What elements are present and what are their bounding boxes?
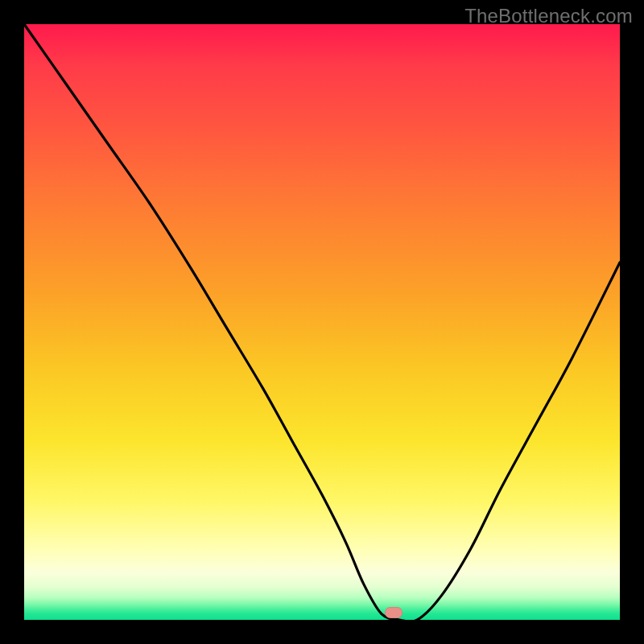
watermark-text: TheBottleneck.com: [464, 5, 633, 27]
bottleneck-curve: [24, 24, 620, 620]
chart-frame: TheBottleneck.com: [0, 0, 644, 644]
optimal-point-marker: [385, 607, 402, 618]
plot-area: [24, 24, 620, 620]
